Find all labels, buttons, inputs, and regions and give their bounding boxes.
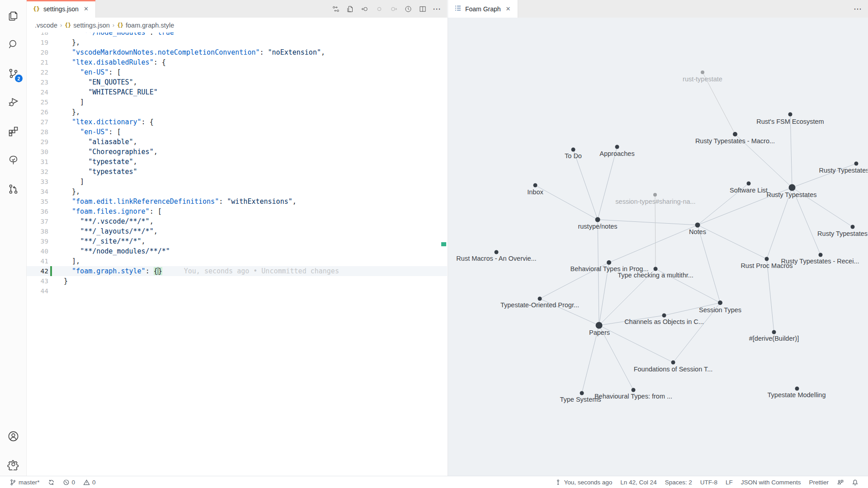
graph-node[interactable] [733,132,737,136]
graph-node[interactable] [851,225,855,229]
graph-node-label[interactable]: Rust Macros - An Overvie... [456,255,536,262]
code-editor[interactable]: 18 "**/node_modules": true19 },20 "vscod… [27,33,447,476]
graph-node[interactable] [595,217,600,222]
explorer-icon[interactable] [0,5,27,26]
graph-node-label[interactable]: Rust's FSM Ecosystem [756,118,824,125]
current-change-icon[interactable] [373,3,385,14]
graph-node-label[interactable]: Inbox [527,188,543,196]
graph-node[interactable] [538,297,542,301]
graph-node[interactable] [718,300,722,305]
graph-node[interactable] [788,113,793,117]
graph-node[interactable] [747,182,751,186]
accounts-icon[interactable] [0,425,27,447]
extensions-icon[interactable] [0,120,27,142]
graph-node[interactable] [632,388,636,392]
code-line-28[interactable]: 28 "en-US": [ [27,127,447,137]
graph-node-label[interactable]: session-types#sharing-na... [615,198,695,205]
code-line-24[interactable]: 24 "WHITESPACE_RULE" [27,87,447,97]
graph-node[interactable] [772,330,776,334]
graph-node-label[interactable]: Software List [730,187,768,194]
graph-node[interactable] [654,267,658,271]
graph-node-label[interactable]: Rusty Typestates [819,167,868,174]
code-line-27[interactable]: 27 "ltex.dictionary": { [27,117,447,127]
statusbar-language-mode[interactable]: JSON with Comments [738,477,804,488]
graph-node-label[interactable]: Foundations of Session T... [634,366,713,373]
code-line-33[interactable]: 33 ] [27,177,447,187]
code-line-29[interactable]: 29 "aliasable", [27,137,447,147]
graph-node[interactable] [671,361,675,365]
more-actions-icon[interactable]: ⋯ [431,3,443,14]
split-editor-icon[interactable] [417,3,428,14]
graph-node-label[interactable]: Approaches [599,150,634,157]
graph-node-label[interactable]: Papers [589,329,610,336]
graph-node[interactable] [662,314,666,318]
code-line-20[interactable]: 20 "vscodeMarkdownNotes.noteCompletionCo… [27,47,447,57]
open-preview-icon[interactable] [344,3,356,14]
graph-node-label[interactable]: Rusty Typestates [767,191,817,198]
graph-node-label[interactable]: #[derive(Builder)] [749,335,799,342]
statusbar-cursor-position[interactable]: Ln 42, Col 24 [617,477,660,488]
graph-node[interactable] [819,253,823,257]
code-line-26[interactable]: 26 }, [27,107,447,117]
code-line-40[interactable]: 40 "**/node_modules/**/*" [27,246,447,256]
graph-node[interactable] [701,70,704,74]
graph-node[interactable] [571,148,576,152]
graph-node-label[interactable]: Typestate Modelling [768,391,826,399]
graph-node[interactable] [854,162,859,166]
graph-node-label[interactable]: Rust Proc Macros [741,262,793,269]
code-line-42[interactable]: 42 "foam.graph.style": {}You, seconds ag… [27,266,447,276]
statusbar-eol[interactable]: LF [722,477,736,488]
graph-node-label[interactable]: rust-typestate [683,75,722,83]
tab-settings-json[interactable]: {} settings.json ✕ [27,0,96,18]
close-tab-icon[interactable]: ✕ [505,5,512,13]
graph-node[interactable] [495,250,499,254]
previous-change-icon[interactable] [359,3,370,14]
graph-node[interactable] [580,391,584,395]
code-line-37[interactable]: 37 "**/.vscode/**/*", [27,216,447,226]
knowledge-graph[interactable]: rust-typestateRust's FSM EcosystemRusty … [448,18,868,476]
graph-node[interactable] [795,387,799,391]
code-line-23[interactable]: 23 "EN_QUOTES", [27,77,447,87]
next-change-icon[interactable] [388,3,399,14]
statusbar-errors-count[interactable]: 0 [60,477,79,488]
settings-gear-icon[interactable] [0,453,27,475]
graph-node-label[interactable]: Session Types [699,306,741,314]
statusbar-indentation[interactable]: Spaces: 2 [662,477,695,488]
code-line-21[interactable]: 21 "ltex.disabledRules": { [27,57,447,67]
graph-node-label[interactable]: Type checking a multithr... [618,272,693,279]
breadcrumb-item[interactable]: {}foam.graph.style [117,22,174,29]
timeline-icon[interactable] [402,3,414,14]
source-control-icon[interactable]: 2 [0,62,27,84]
graph-node[interactable] [615,145,619,149]
code-line-31[interactable]: 31 "typestate", [27,157,447,167]
search-icon[interactable] [0,33,27,55]
graph-node[interactable] [695,223,700,228]
code-line-19[interactable]: 19 }, [27,38,447,47]
code-line-43[interactable]: 43} [27,276,447,286]
code-line-41[interactable]: 41 ], [27,256,447,266]
graph-node-label[interactable]: Notes [689,228,706,235]
open-changes-icon[interactable] [330,3,341,14]
graph-node[interactable] [765,257,769,261]
statusbar-formatter[interactable]: Prettier [806,477,832,488]
graph-node-label[interactable]: To Do [565,152,582,160]
statusbar-branch-status[interactable]: master* [6,477,43,488]
foam-graph-canvas[interactable]: rust-typestateRust's FSM EcosystemRusty … [448,18,868,476]
breadcrumb-item[interactable]: {}settings.json [65,22,109,29]
code-line-22[interactable]: 22 "en-US": [ [27,67,447,77]
code-line-38[interactable]: 38 "**/_layouts/**/*", [27,226,447,236]
more-actions-icon[interactable]: ⋯ [852,3,863,14]
code-line-30[interactable]: 30 "Choreographies", [27,147,447,157]
statusbar-feedback[interactable] [834,477,847,488]
tab-foam-graph[interactable]: Foam Graph ✕ [448,0,518,18]
code-line-39[interactable]: 39 "**/_site/**/*", [27,236,447,246]
code-line-18[interactable]: 18 "**/node_modules": true [27,33,447,38]
graph-node[interactable] [607,260,611,265]
code-line-32[interactable]: 32 "typestates" [27,167,447,177]
todo-tree-icon[interactable] [0,149,27,171]
code-line-34[interactable]: 34 }, [27,187,447,197]
run-debug-icon[interactable] [0,91,27,113]
code-line-25[interactable]: 25 ] [27,97,447,107]
graph-node[interactable] [533,183,538,188]
code-line-35[interactable]: 35 "foam.edit.linkReferenceDefinitions":… [27,197,447,206]
